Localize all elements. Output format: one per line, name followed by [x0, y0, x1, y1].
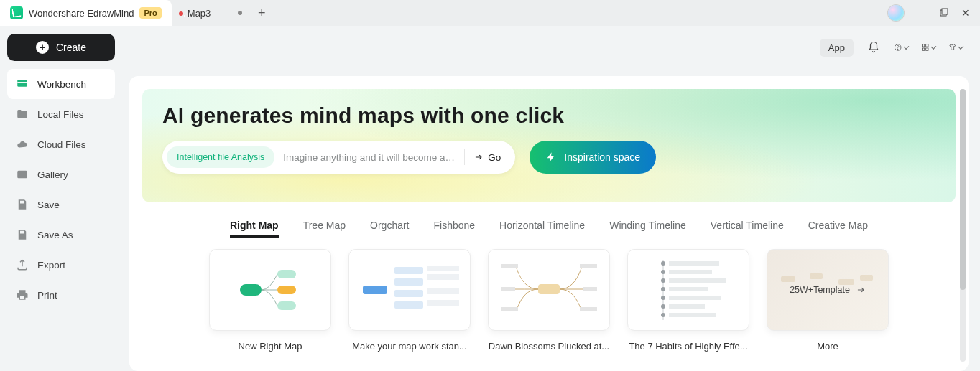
create-button[interactable]: + Create — [7, 34, 115, 61]
tab-creative-map[interactable]: Creative Map — [808, 220, 868, 238]
save-as-icon — [16, 228, 29, 241]
close-button[interactable]: ✕ — [961, 7, 970, 19]
scrollbar[interactable] — [960, 89, 966, 362]
sidebar-item-cloud-files[interactable]: Cloud Files — [7, 129, 115, 159]
inspiration-button[interactable]: Inspiration space — [530, 141, 656, 174]
hero-banner: AI generates mind maps with one click In… — [142, 89, 956, 202]
pro-badge: Pro — [139, 7, 161, 19]
inspiration-label: Inspiration space — [564, 151, 640, 163]
svg-rect-7 — [926, 48, 928, 50]
svg-rect-24 — [501, 264, 518, 268]
bolt-icon — [545, 151, 557, 163]
arrow-right-icon — [856, 285, 866, 295]
intelligent-chip[interactable]: Intelligent file Analysis — [167, 146, 274, 168]
tab-vertical-timeline[interactable]: Vertical Timeline — [711, 220, 784, 238]
svg-rect-28 — [583, 287, 597, 291]
plus-icon: + — [36, 41, 49, 54]
template-card-more[interactable]: 25W+Template — [767, 249, 889, 331]
svg-rect-27 — [580, 264, 597, 268]
template-tabs: Right Map Tree Map Orgchart Fishbone Hor… — [129, 220, 969, 238]
svg-point-40 — [661, 278, 665, 283]
svg-rect-47 — [838, 279, 854, 285]
svg-rect-45 — [781, 276, 795, 282]
sidebar-item-save[interactable]: Save — [7, 189, 115, 220]
go-label: Go — [488, 152, 501, 163]
sidebar-item-gallery[interactable]: Gallery — [7, 159, 115, 189]
svg-point-44 — [661, 313, 665, 317]
svg-rect-36 — [669, 304, 705, 309]
apps-grid-icon[interactable] — [921, 40, 935, 55]
svg-rect-14 — [363, 286, 387, 294]
sidebar: Workbench Local Files Cloud Files Galler… — [0, 69, 122, 371]
card-label: New Right Map — [209, 341, 331, 352]
tab-tree-map[interactable]: Tree Map — [303, 220, 346, 238]
sidebar-item-label: Gallery — [37, 169, 68, 180]
titlebar: Wondershare EdrawMind Pro Map3 + — ✕ — [0, 0, 980, 26]
card-label: Dawn Blossoms Plucked at... — [488, 341, 610, 352]
svg-rect-21 — [427, 288, 459, 294]
shirt-icon[interactable] — [948, 40, 963, 55]
bell-icon[interactable] — [866, 40, 881, 55]
svg-rect-46 — [810, 273, 823, 279]
template-card-7-habits[interactable] — [627, 249, 749, 331]
card-label: Make your map work stan... — [348, 341, 471, 352]
svg-rect-26 — [501, 307, 518, 311]
doc-tab-label: Map3 — [188, 8, 211, 19]
toolbar: + Create App — [0, 26, 980, 69]
create-label: Create — [56, 42, 86, 53]
svg-rect-35 — [669, 296, 721, 300]
sidebar-item-label: Save As — [37, 230, 73, 240]
new-tab-button[interactable]: + — [252, 0, 271, 26]
print-icon — [16, 288, 29, 301]
maximize-button[interactable] — [940, 7, 948, 19]
tab-fishbone[interactable]: Fishbone — [434, 220, 476, 238]
gallery-icon — [16, 168, 29, 181]
template-cards: New Right Map Make yo — [129, 249, 969, 352]
svg-rect-11 — [277, 270, 296, 278]
sidebar-item-print[interactable]: Print — [7, 280, 115, 310]
tab-right-map[interactable]: Right Map — [230, 220, 279, 238]
svg-rect-17 — [394, 290, 423, 297]
app-button[interactable]: App — [820, 39, 854, 57]
template-card-make-map-work[interactable] — [348, 249, 471, 331]
svg-rect-48 — [860, 275, 873, 281]
svg-rect-9 — [17, 171, 27, 179]
svg-rect-18 — [394, 301, 423, 309]
svg-rect-20 — [427, 274, 459, 280]
svg-rect-22 — [427, 300, 459, 306]
tab-home[interactable]: Wondershare EdrawMind Pro — [0, 0, 172, 26]
sidebar-item-label: Local Files — [37, 109, 84, 120]
svg-rect-37 — [669, 313, 716, 317]
svg-point-43 — [661, 304, 665, 309]
tab-horizontal-timeline[interactable]: Horizontal Timeline — [499, 220, 585, 238]
tab-orgchart[interactable]: Orgchart — [370, 220, 409, 238]
template-card-dawn-blossoms[interactable] — [488, 249, 610, 331]
cloud-icon — [16, 138, 29, 151]
go-button[interactable]: Go — [473, 152, 504, 163]
sidebar-item-workbench[interactable]: Workbench — [7, 69, 115, 99]
svg-rect-13 — [277, 301, 296, 310]
main-panel: AI generates mind maps with one click In… — [129, 76, 969, 371]
avatar[interactable] — [888, 5, 904, 21]
svg-rect-5 — [926, 44, 928, 47]
svg-point-42 — [661, 296, 665, 300]
tab-document[interactable]: Map3 — [172, 0, 253, 26]
ai-prompt-input[interactable]: Imagine anything and it will become a ..… — [283, 152, 456, 163]
help-icon[interactable] — [894, 40, 908, 55]
card-label: More — [767, 341, 889, 352]
sidebar-item-local-files[interactable]: Local Files — [7, 99, 115, 129]
sidebar-item-save-as[interactable]: Save As — [7, 220, 115, 250]
scrollbar-thumb[interactable] — [960, 89, 966, 290]
app-logo-icon — [10, 6, 23, 19]
sidebar-item-export[interactable]: Export — [7, 250, 115, 280]
template-card-new-right-map[interactable] — [209, 249, 331, 331]
svg-point-39 — [661, 270, 665, 274]
svg-rect-23 — [538, 284, 560, 294]
tab-winding-timeline[interactable]: Winding Timeline — [609, 220, 686, 238]
sidebar-item-label: Workbench — [37, 79, 86, 90]
minimize-button[interactable]: — — [917, 7, 927, 19]
svg-rect-16 — [394, 278, 423, 286]
unsaved-dot-icon — [238, 11, 242, 15]
ai-search-bar: Intelligent file Analysis Imagine anythi… — [162, 141, 515, 174]
svg-rect-8 — [17, 80, 27, 87]
